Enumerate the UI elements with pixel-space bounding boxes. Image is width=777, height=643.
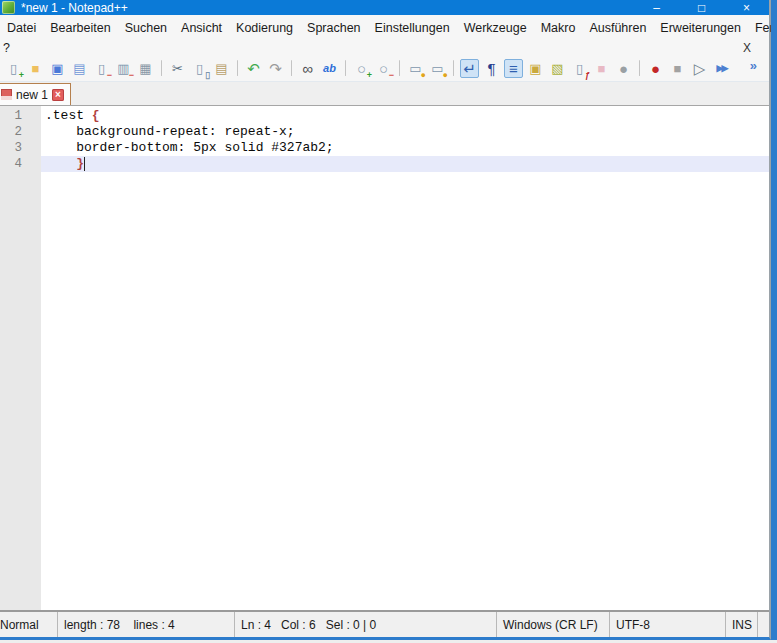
sync-vertical-icon[interactable]: ▭ ● bbox=[406, 59, 425, 78]
notepadpp-window: *new 1 - Notepad++ – □ × Datei Bearbeite… bbox=[0, 0, 771, 640]
code-line[interactable]: 4 } bbox=[41, 156, 769, 172]
maximize-button[interactable]: □ bbox=[679, 0, 724, 15]
toolbar-separator bbox=[639, 60, 640, 76]
menu-item-datei[interactable]: Datei bbox=[0, 18, 43, 38]
paste-icon[interactable]: ▤ bbox=[212, 59, 231, 78]
menu-item-werkzeuge[interactable]: Werkzeuge bbox=[457, 18, 534, 38]
macro-run-multiple-icon[interactable]: ▶▶ bbox=[712, 59, 731, 78]
tab-new-1[interactable]: new 1 × bbox=[0, 83, 71, 105]
code-text[interactable]: border-bottom: 5px solid #327ab2; bbox=[41, 140, 769, 156]
status-cursor-position: Ln : 4 Col : 6 Sel : 0 | 0 bbox=[235, 612, 497, 637]
line-number[interactable]: 3 bbox=[0, 140, 41, 156]
menu-item-suchen[interactable]: Suchen bbox=[118, 18, 174, 38]
toolbar-separator bbox=[453, 60, 454, 76]
macro-record-icon[interactable]: ● bbox=[646, 59, 665, 78]
menu-item-kodierung[interactable]: Kodierung bbox=[229, 18, 300, 38]
new-file-icon[interactable]: ▯ + bbox=[4, 59, 23, 78]
menu-bar: Datei Bearbeiten Suchen Ansicht Kodierun… bbox=[0, 15, 769, 40]
status-insert-mode[interactable]: INS bbox=[726, 612, 758, 637]
text-caret bbox=[84, 157, 85, 171]
editor-pane: 1 .test { 2 background-repeat: repeat-x;… bbox=[0, 106, 769, 610]
menu-item-einstellungen[interactable]: Einstellungen bbox=[368, 18, 457, 38]
text-editor[interactable]: 1 .test { 2 background-repeat: repeat-x;… bbox=[41, 106, 769, 610]
macro-stop-icon[interactable]: ■ bbox=[668, 59, 687, 78]
background-window-edge bbox=[771, 0, 777, 640]
menu-item-ansicht[interactable]: Ansicht bbox=[174, 18, 229, 38]
save-all-icon[interactable]: ▤ bbox=[70, 59, 89, 78]
screen: *new 1 - Notepad++ – □ × Datei Bearbeite… bbox=[0, 0, 777, 643]
code-text[interactable]: } bbox=[41, 156, 769, 172]
line-number[interactable]: 1 bbox=[0, 108, 41, 124]
code-line[interactable]: 3 border-bottom: 5px solid #327ab2; bbox=[41, 140, 769, 156]
indent-guide-icon[interactable]: ≡ bbox=[504, 59, 523, 78]
replace-icon[interactable]: ab bbox=[320, 59, 339, 78]
line-number[interactable]: 4 bbox=[0, 156, 41, 172]
status-eol-format[interactable]: Windows (CR LF) bbox=[497, 612, 610, 637]
document-map-icon[interactable]: ▧ bbox=[548, 59, 567, 78]
line-number[interactable]: 2 bbox=[0, 124, 41, 140]
toolbar-separator bbox=[291, 60, 292, 76]
toolbar-separator bbox=[161, 60, 162, 76]
code-text[interactable]: background-repeat: repeat-x; bbox=[41, 124, 769, 140]
menu-item-help[interactable]: ? bbox=[0, 41, 15, 55]
code-line[interactable]: 1 .test { bbox=[41, 108, 769, 124]
status-encoding[interactable]: UTF-8 bbox=[610, 612, 726, 637]
sync-horizontal-icon[interactable]: ▭ ● bbox=[428, 59, 447, 78]
print-icon[interactable]: ▦ bbox=[136, 59, 155, 78]
window-title: *new 1 - Notepad++ bbox=[21, 1, 128, 15]
copy-icon[interactable]: ▯ ▯ bbox=[190, 59, 209, 78]
folder-as-workspace-icon[interactable]: ■ bbox=[592, 59, 611, 78]
cut-icon[interactable]: ✂ bbox=[168, 59, 187, 78]
status-doc-type: Normal bbox=[0, 612, 58, 637]
monitoring-icon[interactable]: ● bbox=[614, 59, 633, 78]
toolbar-separator bbox=[237, 60, 238, 76]
menu-item-sprachen[interactable]: Sprachen bbox=[300, 18, 368, 38]
unsaved-file-icon bbox=[1, 89, 12, 100]
menu-item-ausfuehren[interactable]: Ausführen bbox=[582, 18, 653, 38]
redo-icon[interactable]: ↷ bbox=[266, 59, 285, 78]
save-icon[interactable]: ▣ bbox=[48, 59, 67, 78]
menu-item-bearbeiten[interactable]: Bearbeiten bbox=[43, 18, 117, 38]
undo-icon[interactable]: ↶ bbox=[244, 59, 263, 78]
open-file-icon[interactable]: ■ bbox=[26, 59, 45, 78]
toolbar-separator bbox=[345, 60, 346, 76]
show-all-characters-icon[interactable]: ¶ bbox=[482, 59, 501, 78]
code-line[interactable]: 2 background-repeat: repeat-x; bbox=[41, 124, 769, 140]
status-length-lines: length : 78 lines : 4 bbox=[58, 612, 235, 637]
toolbar: ▯ + ■ ▣ ▤ bbox=[0, 55, 769, 82]
find-icon[interactable]: ∞ bbox=[298, 59, 317, 78]
menu-item-makro[interactable]: Makro bbox=[534, 18, 583, 38]
menu-close-x[interactable]: X bbox=[739, 41, 755, 55]
line-number-gutter[interactable] bbox=[0, 106, 41, 610]
close-all-icon[interactable]: ▥ − bbox=[114, 59, 133, 78]
close-file-icon[interactable]: ▯ − bbox=[92, 59, 111, 78]
notepadpp-app-icon bbox=[2, 1, 15, 14]
close-button[interactable]: × bbox=[724, 0, 769, 15]
menu-item-erweiterungen[interactable]: Erweiterungen bbox=[653, 18, 748, 38]
toolbar-overflow-chevron-icon[interactable]: » bbox=[750, 58, 757, 73]
minimize-button[interactable]: – bbox=[634, 0, 679, 15]
zoom-out-icon[interactable]: ○ − bbox=[374, 59, 393, 78]
function-list-icon[interactable]: ▯ ƒ bbox=[570, 59, 589, 78]
tab-label: new 1 bbox=[16, 88, 48, 102]
zoom-in-icon[interactable]: ○ + bbox=[352, 59, 371, 78]
menu-bar-row2: ? X bbox=[0, 40, 769, 55]
window-controls: – □ × bbox=[634, 0, 769, 15]
status-bar: Normal length : 78 lines : 4 Ln : 4 Col … bbox=[0, 610, 769, 637]
code-text[interactable]: .test { bbox=[41, 108, 769, 124]
define-language-icon[interactable]: ▣ bbox=[526, 59, 545, 78]
macro-play-icon[interactable]: ▷ bbox=[690, 59, 709, 78]
tab-bar: new 1 × bbox=[0, 82, 769, 106]
title-bar[interactable]: *new 1 - Notepad++ – □ × bbox=[0, 0, 769, 15]
toolbar-separator bbox=[399, 60, 400, 76]
tab-close-icon[interactable]: × bbox=[52, 89, 64, 101]
word-wrap-icon[interactable]: ↵ bbox=[460, 59, 479, 78]
